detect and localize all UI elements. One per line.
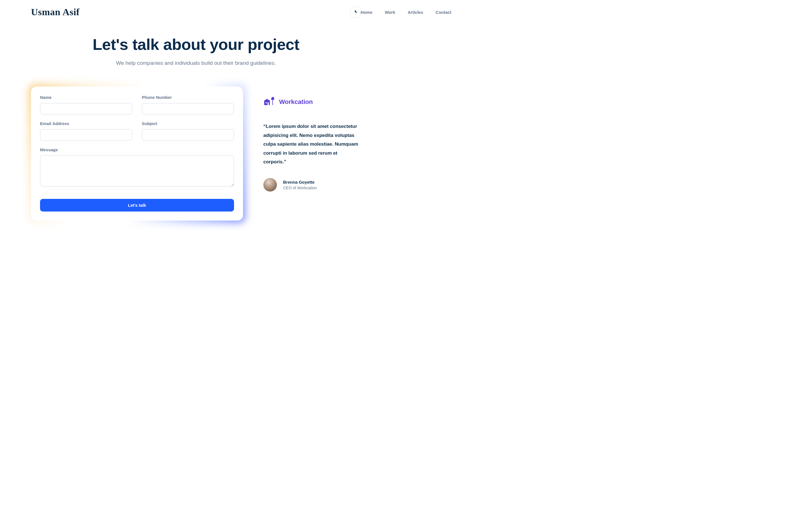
- contact-form: Name Phone Number Email Address Subject: [31, 87, 243, 221]
- author-name: Brenna Goyette: [283, 180, 317, 184]
- navbar: Usman Asif Home Work Articles Contact: [31, 7, 361, 17]
- author-title: CEO of Workcation: [283, 186, 317, 190]
- testimonial-quote: “Lorem ipsum dolor sit amet consectetur …: [263, 122, 361, 166]
- moon-icon: [353, 9, 358, 15]
- label-email: Email Address: [40, 121, 132, 126]
- field-phone: Phone Number: [142, 95, 234, 114]
- field-message: Message: [40, 147, 234, 187]
- site-logo[interactable]: Usman Asif: [31, 7, 80, 17]
- label-name: Name: [40, 95, 132, 100]
- svg-rect-0: [264, 101, 270, 105]
- message-input[interactable]: [40, 156, 234, 186]
- label-phone: Phone Number: [142, 95, 234, 100]
- page-title: Let's talk about your project: [31, 36, 361, 53]
- testimonial: Workcation “Lorem ipsum dolor sit amet c…: [263, 87, 361, 191]
- phone-input[interactable]: [142, 103, 234, 114]
- label-subject: Subject: [142, 121, 234, 126]
- testimonial-author: Brenna Goyette CEO of Workcation: [263, 178, 361, 191]
- svg-rect-3: [267, 102, 269, 105]
- field-subject: Subject: [142, 121, 234, 140]
- email-input[interactable]: [40, 129, 132, 140]
- svg-marker-1: [264, 99, 270, 101]
- name-input[interactable]: [40, 103, 132, 114]
- contact-form-wrapper: Name Phone Number Email Address Subject: [31, 87, 243, 221]
- testimonial-brand: Workcation: [263, 97, 361, 107]
- content-row: Name Phone Number Email Address Subject: [31, 87, 361, 221]
- nav-link-work[interactable]: Work: [385, 10, 392, 15]
- field-email: Email Address: [40, 121, 132, 140]
- theme-toggle-button[interactable]: [350, 7, 361, 17]
- testimonial-brand-name: Workcation: [279, 98, 313, 106]
- workcation-icon: [263, 97, 275, 107]
- svg-rect-2: [266, 102, 267, 103]
- submit-button[interactable]: Let's talk: [40, 199, 234, 212]
- page-subtitle: We help companies and individuals build …: [31, 60, 361, 66]
- page-header: Let's talk about your project We help co…: [31, 36, 361, 66]
- field-name: Name: [40, 95, 132, 114]
- label-message: Message: [40, 147, 234, 152]
- nav-links: Home Work Articles Contact: [361, 10, 392, 15]
- nav-link-home[interactable]: Home: [361, 10, 372, 15]
- subject-input[interactable]: [142, 129, 234, 140]
- avatar: [263, 178, 277, 191]
